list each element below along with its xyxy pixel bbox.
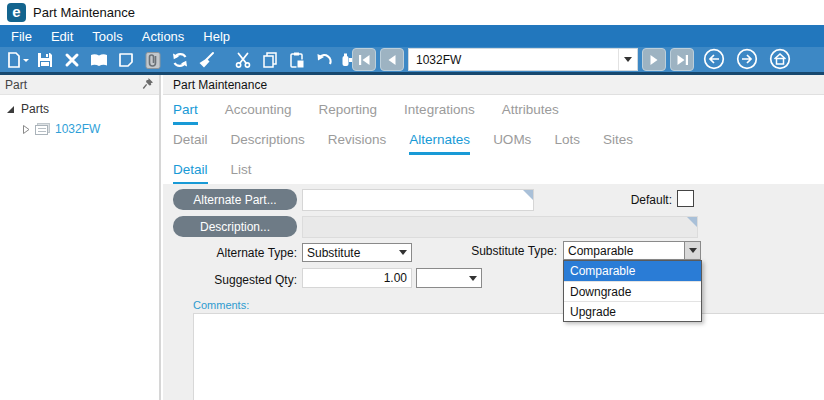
undo-icon[interactable]: [310, 49, 337, 71]
tree-node-part-label[interactable]: 1032FW: [55, 122, 100, 136]
tree-panel-header: Part: [0, 75, 159, 95]
back-button[interactable]: [703, 48, 725, 70]
suggested-qty-input[interactable]: 1.00: [302, 268, 412, 288]
dropdown-option-downgrade[interactable]: Downgrade: [564, 281, 701, 301]
delete-icon[interactable]: [58, 49, 85, 71]
alternate-part-button[interactable]: Alternate Part...: [173, 189, 297, 210]
comments-textarea[interactable]: [193, 313, 824, 400]
tab-alternates[interactable]: Alternates: [409, 132, 470, 155]
panel-header: Part Maintenance: [163, 75, 824, 95]
refresh-icon[interactable]: [166, 49, 193, 71]
tree-panel-title: Part: [5, 78, 142, 92]
uom-combobox[interactable]: [416, 268, 482, 288]
open-with-corner-icon[interactable]: [523, 190, 533, 200]
tree-node-parts[interactable]: Parts: [5, 102, 49, 116]
tab-sites[interactable]: Sites: [603, 132, 633, 152]
menu-edit[interactable]: Edit: [47, 27, 77, 46]
tree-expanded-icon[interactable]: [5, 104, 16, 115]
tree-node-part[interactable]: 1032FW: [21, 122, 100, 136]
pin-icon[interactable]: [142, 76, 154, 94]
alternate-type-combobox[interactable]: Substitute: [302, 243, 412, 262]
record-id-combobox[interactable]: 1032FW: [408, 48, 638, 71]
description-input: [302, 216, 698, 238]
window-title: Part Maintenance: [33, 5, 135, 20]
dropdown-arrow-icon[interactable]: [465, 269, 481, 287]
description-button[interactable]: Description...: [173, 216, 297, 237]
new-document-icon[interactable]: [4, 49, 31, 71]
attachment-icon[interactable]: [139, 49, 166, 71]
tab-reporting[interactable]: Reporting: [319, 102, 378, 122]
book-icon[interactable]: [85, 49, 112, 71]
comments-label: Comments:: [193, 299, 249, 311]
tab-attributes[interactable]: Attributes: [502, 102, 559, 122]
substitute-type-dropdown-list: Comparable Downgrade Upgrade: [563, 260, 702, 322]
tab-revisions[interactable]: Revisions: [328, 132, 387, 152]
last-record-button[interactable]: [670, 48, 694, 71]
first-record-button[interactable]: [352, 48, 376, 71]
record-id-value: 1032FW: [409, 53, 618, 67]
tab-row-level2: Detail Descriptions Revisions Alternates…: [163, 132, 633, 155]
epicor-logo-icon: e: [7, 3, 26, 22]
panel-title: Part Maintenance: [173, 78, 267, 92]
home-button[interactable]: [769, 48, 791, 70]
title-bar: e Part Maintenance: [0, 0, 824, 25]
dropdown-option-comparable[interactable]: Comparable: [564, 261, 701, 281]
tab-detail[interactable]: Detail: [173, 132, 208, 152]
dropdown-arrow-icon[interactable]: [395, 244, 411, 261]
tree-collapsed-icon[interactable]: [21, 124, 31, 135]
tab-accounting[interactable]: Accounting: [225, 102, 292, 122]
tab-alternates-list[interactable]: List: [231, 162, 252, 182]
alternate-type-label: Alternate Type:: [173, 246, 297, 260]
menu-help[interactable]: Help: [199, 27, 234, 46]
menu-tools[interactable]: Tools: [88, 27, 126, 46]
tab-uoms[interactable]: UOMs: [493, 132, 531, 152]
copy-icon[interactable]: [256, 49, 283, 71]
tab-part[interactable]: Part: [173, 102, 198, 125]
next-record-button[interactable]: [642, 48, 666, 71]
tab-row-level3: Detail List: [163, 162, 252, 185]
substitute-type-label: Substitute Type:: [440, 244, 557, 258]
tab-alternates-detail[interactable]: Detail: [173, 162, 208, 185]
record-id-dropdown-arrow-icon[interactable]: [618, 49, 637, 70]
dropdown-option-upgrade[interactable]: Upgrade: [564, 301, 701, 321]
menu-actions[interactable]: Actions: [138, 27, 189, 46]
menu-file[interactable]: File: [7, 27, 36, 46]
clear-broom-icon[interactable]: [193, 49, 220, 71]
paste-icon[interactable]: [283, 49, 310, 71]
substitute-type-combobox[interactable]: Comparable: [563, 241, 701, 260]
forward-button[interactable]: [736, 48, 758, 70]
memo-icon[interactable]: [112, 49, 139, 71]
save-icon[interactable]: [31, 49, 58, 71]
tab-descriptions[interactable]: Descriptions: [231, 132, 305, 152]
tab-lots[interactable]: Lots: [554, 132, 580, 152]
cut-icon[interactable]: [229, 49, 256, 71]
part-sheet-icon: [35, 123, 50, 135]
open-with-corner-icon[interactable]: [687, 217, 697, 227]
suggested-qty-label: Suggested Qty:: [173, 273, 297, 287]
tab-integrations[interactable]: Integrations: [404, 102, 475, 122]
default-checkbox[interactable]: [677, 190, 694, 207]
tree-node-parts-label[interactable]: Parts: [21, 102, 49, 116]
default-label: Default:: [600, 193, 672, 207]
alternate-part-input[interactable]: [302, 189, 534, 211]
tab-row-level1: Part Accounting Reporting Integrations A…: [163, 102, 559, 125]
part-maintenance-panel: Part Maintenance Part Accounting Reporti…: [163, 75, 824, 400]
menu-bar: File Edit Tools Actions Help: [0, 25, 824, 47]
previous-record-button[interactable]: [380, 48, 404, 71]
dropdown-arrow-icon[interactable]: [684, 242, 700, 259]
part-tree-panel: Part Parts 1032FW: [0, 75, 161, 400]
